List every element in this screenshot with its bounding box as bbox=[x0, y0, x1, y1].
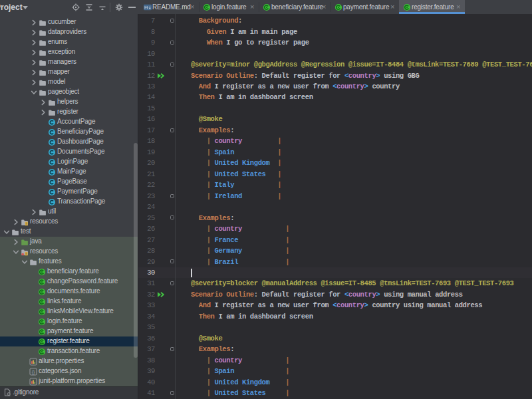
svg-text:{}: {} bbox=[32, 369, 35, 374]
